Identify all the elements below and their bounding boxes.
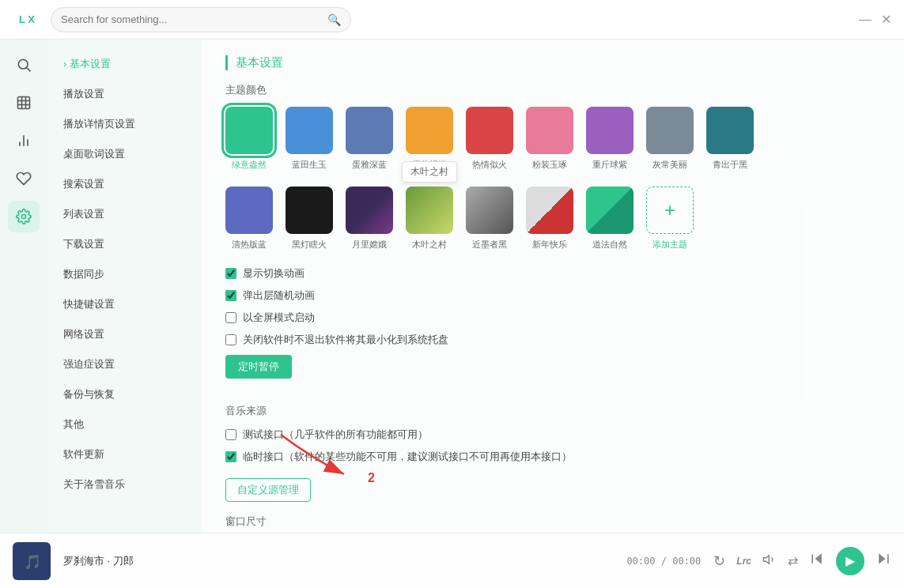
timer-pause-button[interactable]: 定时暂停 (225, 355, 292, 379)
sidebar-nav-item-list[interactable]: 列表设置 (47, 199, 202, 229)
theme-item-15[interactable]: 道法自然 (586, 187, 634, 251)
checkbox-temp-api: 临时接口（软件的某些功能不可用，建议测试接口不可用再使用本接口） (225, 450, 880, 464)
checkbox-label-fullscreen: 以全屏模式启动 (243, 311, 315, 325)
search-bar[interactable]: 🔍 (51, 7, 351, 32)
svg-marker-18 (815, 553, 822, 564)
checkbox-input-show-animation[interactable] (225, 268, 236, 279)
player-controls: ↻ Lrc ⇄ ▶ (713, 547, 891, 575)
checkbox-label-minimize-tray: 关闭软件时不退出软件将其最小化到系统托盘 (243, 333, 448, 347)
theme-item-1[interactable]: 蓝田生玉 (286, 107, 333, 171)
window-controls: — ✕ (860, 14, 891, 25)
theme-label-14: 新年快乐 (532, 239, 567, 251)
sidebar-nav-item-about[interactable]: 关于洛雪音乐 (47, 469, 202, 499)
svg-text:🎵: 🎵 (24, 553, 42, 571)
sidebar-nav-item-download[interactable]: 下载设置 (47, 229, 202, 259)
checkbox-input-temp-api[interactable] (225, 451, 236, 462)
theme-label-4: 热情似火 (472, 159, 507, 171)
volume-icon[interactable] (762, 552, 777, 570)
player-info: 罗刹海市 · 刀郎 (63, 554, 142, 568)
theme-label-9: 清热版蓝 (232, 239, 267, 251)
theme-item-6[interactable]: 重斤球紫 (586, 107, 634, 171)
close-button[interactable]: ✕ (880, 14, 891, 25)
checkbox-input-test-api[interactable] (225, 429, 236, 440)
search-input[interactable] (61, 13, 321, 25)
svg-point-10 (22, 215, 26, 219)
sidebar-nav-item-network[interactable]: 网络设置 (47, 319, 202, 349)
player-title: 罗刹海市 · 刀郎 (63, 554, 142, 568)
theme-item-13[interactable]: 近墨者黑 (466, 187, 513, 251)
theme-section-label: 主题颜色 (225, 83, 880, 97)
content-area: 基本设置 主题颜色 绿意盎然 蓝田生玉 蛋雅深蓝 橙黄橘绿 热情似火 (202, 40, 904, 533)
sidebar-nav-item-search[interactable]: 搜索设置 (47, 169, 202, 199)
theme-label-12: 木叶之村 (412, 239, 447, 251)
theme-item-7[interactable]: 灰常美丽 (646, 107, 694, 171)
checkbox-test-api: 测试接口（几乎软件的所有功能都可用） (225, 428, 880, 442)
theme-item-10[interactable]: 黑灯瞎火 (286, 187, 333, 251)
svg-rect-2 (18, 97, 30, 109)
sidebar-icon-search[interactable] (8, 49, 40, 81)
sidebar-icon-chart[interactable] (8, 125, 40, 156)
theme-label-13: 近墨者黑 (472, 239, 507, 251)
svg-marker-17 (764, 555, 770, 564)
theme-item-9[interactable]: 清热版蓝 (225, 187, 273, 251)
checkbox-fullscreen: 以全屏模式启动 (225, 311, 880, 325)
lrc-icon[interactable]: Lrc (736, 556, 751, 567)
theme-label-6: 重斤球紫 (592, 159, 627, 171)
sidebar-nav-item-backup[interactable]: 备份与恢复 (47, 379, 202, 409)
theme-item-5[interactable]: 粉装玉琢 (526, 107, 573, 171)
sidebar-nav-item-other[interactable]: 其他 (47, 409, 202, 439)
checkbox-input-minimize-tray[interactable] (225, 334, 236, 345)
theme-item-4[interactable]: 热情似火 (466, 107, 513, 171)
window-size-label: 窗口尺寸 (225, 514, 880, 529)
theme-item-12[interactable]: 木叶之村 木叶之村 (406, 187, 453, 251)
search-icon[interactable]: 🔍 (327, 13, 341, 26)
minimize-button[interactable]: — (860, 14, 871, 25)
sidebar-icon-settings[interactable] (8, 201, 40, 232)
checkbox-label-random-animation: 弹出层随机动画 (243, 288, 315, 303)
player-album-art: 🎵 (13, 542, 51, 580)
repeat-icon[interactable]: ⇄ (788, 553, 798, 568)
theme-label-0: 绿意盎然 (232, 159, 267, 171)
sidebar-nav-item-update[interactable]: 软件更新 (47, 439, 202, 469)
play-button[interactable]: ▶ (836, 547, 864, 575)
sidebar-nav-item-play[interactable]: 播放设置 (47, 79, 202, 109)
theme-item-0[interactable]: 绿意盎然 (225, 107, 273, 171)
theme-item-8[interactable]: 青出于黑 (706, 107, 754, 171)
theme-label-10: 黑灯瞎火 (292, 239, 327, 251)
next-button[interactable] (876, 551, 891, 571)
sidebar-icon-heart[interactable] (8, 163, 40, 194)
sidebar-icons (0, 40, 47, 533)
titlebar: L X 🔍 — ✕ (0, 0, 904, 40)
theme-item-14[interactable]: 新年快乐 (526, 187, 573, 251)
sidebar-nav-item-lyrics[interactable]: 桌面歌词设置 (47, 139, 202, 169)
player-time: 00:00 / 00:00 (626, 556, 701, 567)
theme-grid-row2: 清热版蓝 黑灯瞎火 月里嫦娥 木叶之村 木叶之村 近墨者黑 (225, 187, 880, 251)
section-title: 基本设置 (225, 55, 880, 70)
theme-label-11: 月里嫦娥 (352, 239, 387, 251)
sidebar-nav-item-shortcut[interactable]: 快捷键设置 (47, 289, 202, 319)
prev-button[interactable] (809, 551, 825, 571)
theme-label-1: 蓝田生玉 (292, 159, 327, 171)
theme-label-5: 粉装玉琢 (532, 159, 567, 171)
checkbox-show-animation: 显示切换动画 (225, 266, 880, 281)
checkbox-label-test-api: 测试接口（几乎软件的所有功能都可用） (243, 428, 428, 442)
theme-label-2: 蛋雅深蓝 (352, 159, 387, 171)
theme-item-2[interactable]: 蛋雅深蓝 (346, 107, 393, 171)
theme-add-label: 添加主题 (652, 239, 687, 251)
checkbox-random-animation: 弹出层随机动画 (225, 288, 880, 303)
theme-item-11[interactable]: 月里嫦娥 (346, 187, 393, 251)
sidebar-nav-item-detail[interactable]: 播放详情页设置 (47, 109, 202, 139)
custom-source-button[interactable]: 自定义源管理 (225, 478, 311, 502)
loop-icon[interactable]: ↻ (713, 552, 725, 570)
checkbox-input-random-animation[interactable] (225, 290, 236, 301)
sidebar-nav-item-ocd[interactable]: 强迫症设置 (47, 349, 202, 379)
checkbox-label-temp-api: 临时接口（软件的某些功能不可用，建议测试接口不可用再使用本接口） (243, 450, 572, 464)
checkbox-input-fullscreen[interactable] (225, 312, 236, 323)
app-logo: L X (13, 6, 41, 34)
player-bar: 🎵 罗刹海市 · 刀郎 00:00 / 00:00 ↻ Lrc ⇄ ▶ (0, 533, 904, 588)
svg-marker-20 (879, 553, 885, 564)
sidebar-nav-item-basic[interactable]: 基本设置 (47, 49, 202, 79)
sidebar-nav-item-sync[interactable]: 数据同步 (47, 259, 202, 289)
theme-add-button[interactable]: + 添加主题 (646, 187, 694, 251)
sidebar-icon-music[interactable] (8, 87, 40, 119)
